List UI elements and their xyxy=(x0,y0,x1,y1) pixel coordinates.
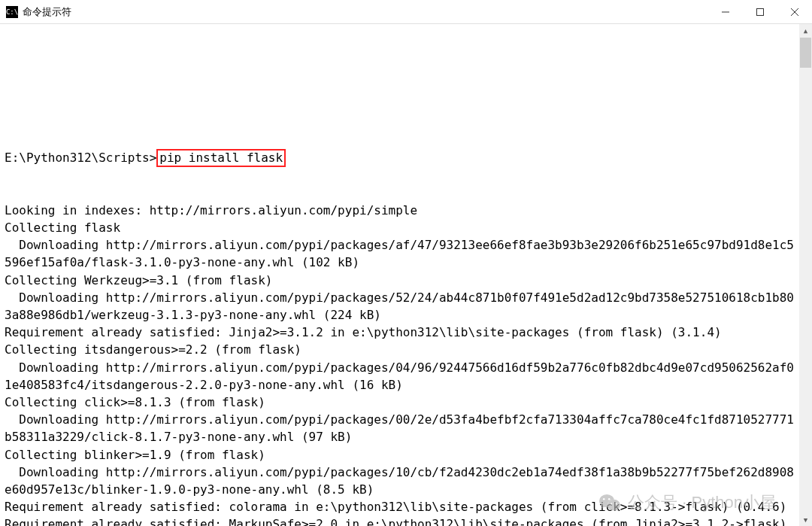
vertical-scrollbar[interactable]: ▲ ▼ xyxy=(799,24,812,526)
highlighted-command: pip install flask xyxy=(156,149,286,166)
terminal-line: Requirement already satisfied: MarkupSaf… xyxy=(5,515,794,526)
terminal-line: Collecting blinker>=1.9 (from flask) xyxy=(5,446,794,464)
terminal-line: Collecting itsdangerous>=2.2 (from flask… xyxy=(5,341,794,358)
terminal-line: Looking in indexes: http://mirrors.aliyu… xyxy=(5,202,794,219)
window-controls xyxy=(708,0,812,23)
terminal-line: Collecting click>=8.1.3 (from flask) xyxy=(5,394,794,411)
svg-point-10 xyxy=(616,503,617,505)
terminal-line: Downloading http://mirrors.aliyun.com/py… xyxy=(5,411,794,445)
terminal-line: Collecting flask xyxy=(5,219,794,236)
terminal-line: Requirement already satisfied: Jinja2>=3… xyxy=(5,324,794,341)
scrollbar-thumb[interactable] xyxy=(800,38,811,68)
prompt-path: E:\Python312\Scripts> xyxy=(5,151,156,165)
terminal-output: Looking in indexes: http://mirrors.aliyu… xyxy=(5,202,794,526)
terminal-line: Downloading http://mirrors.aliyun.com/py… xyxy=(5,359,794,394)
wechat-icon xyxy=(599,493,620,512)
watermark-text: 公众号 · Python小屋 xyxy=(628,491,776,514)
terminal[interactable]: E:\Python312\Scripts>pip install flask L… xyxy=(0,24,812,526)
minimize-button[interactable] xyxy=(708,0,743,24)
terminal-line: Downloading http://mirrors.aliyun.com/py… xyxy=(5,236,794,271)
terminal-content: E:\Python312\Scripts>pip install flask L… xyxy=(5,62,807,526)
titlebar: C:\ 命令提示符 xyxy=(0,0,812,24)
close-button[interactable] xyxy=(777,0,812,24)
terminal-line: Downloading http://mirrors.aliyun.com/py… xyxy=(5,289,794,324)
svg-point-9 xyxy=(611,503,612,505)
prompt-line: E:\Python312\Scripts>pip install flask xyxy=(5,149,794,166)
terminal-line: Collecting Werkzeug>=3.1 (from flask) xyxy=(5,272,794,289)
scroll-down-arrow[interactable]: ▼ xyxy=(799,513,812,526)
svg-point-6 xyxy=(607,500,620,511)
svg-point-8 xyxy=(608,498,610,500)
cmd-icon: C:\ xyxy=(6,6,18,18)
window-title: 命令提示符 xyxy=(23,5,708,19)
scroll-up-arrow[interactable]: ▲ xyxy=(799,24,812,37)
maximize-button[interactable] xyxy=(743,0,777,24)
watermark: 公众号 · Python小屋 xyxy=(599,491,776,514)
svg-rect-1 xyxy=(757,9,764,16)
svg-point-7 xyxy=(603,498,604,500)
terminal-blank-line xyxy=(5,97,794,114)
